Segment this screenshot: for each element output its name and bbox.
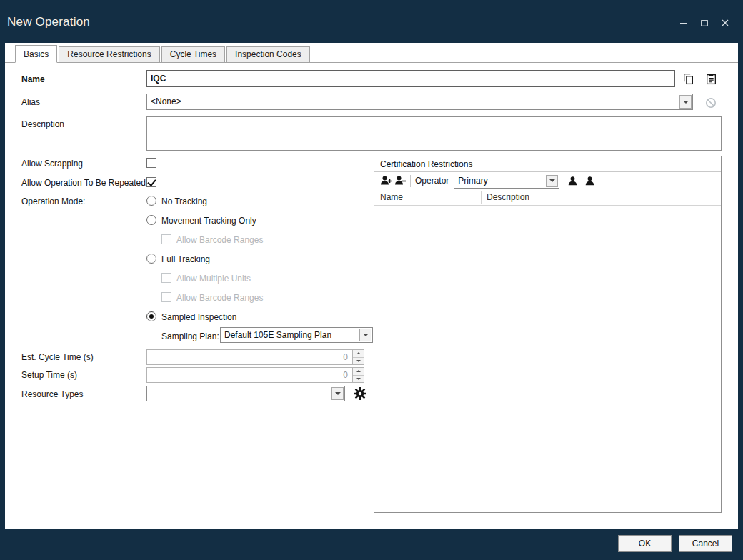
est-cycle-time-input[interactable]: 0 [146,349,364,365]
operator-primary-button[interactable] [565,174,579,188]
radio-no-tracking[interactable] [146,196,156,206]
est-cycle-time-label: Est. Cycle Time (s) [21,351,94,363]
operator-label: Operator [415,176,449,186]
radio-movement-tracking-label: Movement Tracking Only [161,215,256,226]
window-controls [679,19,730,28]
description-input[interactable] [146,116,722,151]
blocked-icon [705,97,717,109]
person-add-icon [380,175,392,186]
radio-movement-tracking[interactable] [146,215,156,225]
sampling-plan-label: Sampling Plan: [161,331,219,342]
person-icon [567,176,578,186]
tab-page-basics: Name Alias <None> [5,63,738,529]
allow-repeat-checkbox[interactable] [146,177,156,187]
movement-allow-barcode-label: Allow Barcode Ranges [176,234,263,246]
allow-repeat-label: Allow Operation To Be Repeated [21,177,146,189]
sampling-plan-dropdown-button[interactable] [359,329,372,341]
name-label: Name [21,74,45,85]
resource-types-settings-button[interactable] [353,386,367,401]
description-label: Description [21,119,64,130]
full-allow-multiple-checkbox [161,273,171,283]
radio-full-tracking-label: Full Tracking [161,254,210,265]
tab-cycle-times[interactable]: Cycle Times [161,46,225,62]
setup-time-value: 0 [343,368,348,382]
window-title: New Operation [7,15,90,29]
resource-types-dropdown-button[interactable] [331,387,344,400]
close-icon [722,19,729,27]
radio-no-tracking-label: No Tracking [161,196,207,207]
tab-inspection-codes[interactable]: Inspection Codes [226,46,310,62]
alias-label: Alias [21,96,40,108]
certification-toolbar: Operator Primary [374,173,721,189]
name-input[interactable] [146,70,675,87]
person-icon [584,176,595,186]
name-paste-button[interactable] [704,71,718,86]
cancel-button[interactable]: Cancel [679,535,732,552]
column-divider [481,191,482,204]
add-certification-button[interactable] [379,174,393,188]
minimize-button[interactable] [679,19,689,28]
name-copy-button[interactable] [681,71,695,86]
alias-dropdown-button[interactable] [679,95,692,109]
certification-table-header: Name Description [374,190,721,206]
alias-combobox[interactable]: <None> [146,94,693,110]
alias-value: <None> [151,94,677,109]
operator-dropdown-button[interactable] [546,175,558,187]
maximize-icon [701,19,709,27]
operator-combobox[interactable]: Primary [454,174,559,189]
est-cycle-time-value: 0 [343,350,348,364]
tab-resource-restrictions[interactable]: Resource Restrictions [59,46,159,62]
certification-restrictions-panel: Certification Restrictions [374,156,722,513]
toolbar-separator [410,175,411,187]
est-cycle-time-spinner[interactable] [352,350,364,364]
paste-icon [705,73,717,85]
spin-up-icon[interactable] [353,368,364,376]
resource-types-value [151,386,329,401]
certification-restrictions-title: Certification Restrictions [374,156,721,172]
allow-scrapping-checkbox[interactable] [146,158,156,168]
spin-down-icon[interactable] [353,376,364,383]
resource-types-label: Resource Types [21,389,84,400]
remove-certification-button[interactable] [393,174,407,188]
radio-sampled-inspection[interactable] [146,311,156,321]
full-allow-barcode-checkbox [161,292,171,302]
minimize-icon [680,19,688,27]
titlebar: New Operation [0,0,743,40]
setup-time-input[interactable]: 0 [146,367,364,383]
operation-mode-label: Operation Mode: [21,196,85,207]
dialog-client-area: Basics Resource Restrictions Cycle Times… [5,43,738,529]
operator-secondary-button[interactable] [582,174,597,188]
column-header-description[interactable]: Description [487,190,529,205]
maximize-button[interactable] [700,19,709,28]
operator-value: Primary [458,174,544,188]
tab-basics[interactable]: Basics [15,45,57,63]
full-allow-multiple-label: Allow Multiple Units [176,273,251,284]
spin-up-icon[interactable] [353,350,364,358]
movement-allow-barcode-checkbox [161,234,171,244]
allow-scrapping-label: Allow Scrapping [21,158,83,169]
certification-table-body[interactable] [374,206,721,512]
radio-sampled-inspection-label: Sampled Inspection [161,311,236,323]
alias-clear-button [704,96,718,110]
copy-icon [682,73,694,85]
close-button[interactable] [721,19,730,28]
sampling-plan-value: Default 105E Sampling Plan [224,328,357,342]
new-operation-window: New Operation Basics Resource Restrictio… [0,0,743,560]
column-header-name[interactable]: Name [380,190,403,205]
radio-full-tracking[interactable] [146,254,156,264]
spin-down-icon[interactable] [353,358,364,365]
tabstrip: Basics Resource Restrictions Cycle Times… [5,45,738,63]
ok-button[interactable]: OK [618,535,672,552]
person-remove-icon [394,175,406,186]
setup-time-label: Setup Time (s) [21,369,77,381]
resource-types-combobox[interactable] [146,386,345,401]
setup-time-spinner[interactable] [352,368,364,382]
gear-icon [354,387,366,400]
sampling-plan-combobox[interactable]: Default 105E Sampling Plan [220,327,373,343]
full-allow-barcode-label: Allow Barcode Ranges [176,292,263,304]
